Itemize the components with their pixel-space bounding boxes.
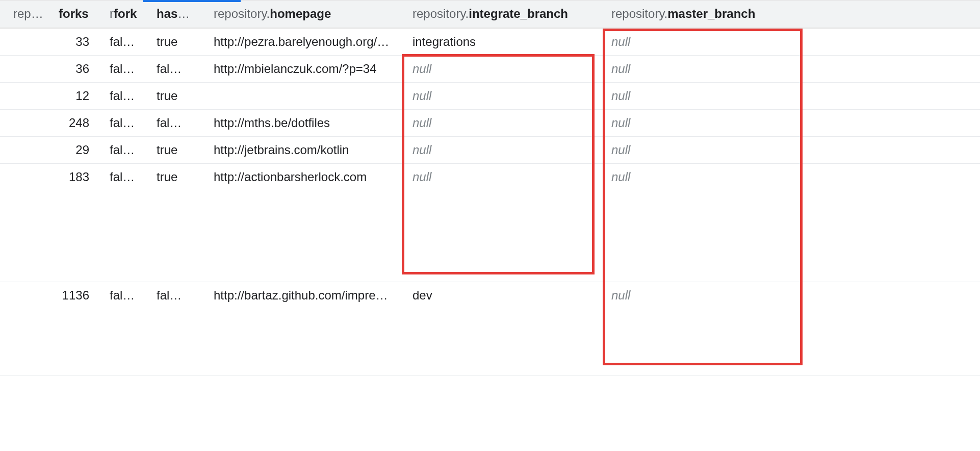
cell-rfork[interactable]: fal… (100, 82, 147, 109)
cell-padding (801, 28, 980, 56)
cell-value: fal… (110, 288, 135, 302)
cell-master-branch[interactable]: null (602, 136, 801, 163)
cell-integrate-branch[interactable]: null (403, 109, 602, 136)
cell-padding (801, 55, 980, 82)
cell-master-branch[interactable]: null (602, 163, 801, 282)
null-value: null (412, 143, 431, 157)
cell-forks[interactable]: 33 (0, 28, 59, 56)
cell-forks-value[interactable] (59, 136, 100, 163)
column-header-forks[interactable]: forks (59, 1, 100, 28)
cell-forks[interactable]: 29 (0, 136, 59, 163)
cell-integrate-branch[interactable]: null (403, 163, 602, 282)
cell-rfork[interactable]: fal… (100, 163, 147, 282)
cell-haswi[interactable]: fal… (147, 55, 204, 82)
cell-value: true (157, 89, 177, 103)
cell-master-branch[interactable]: null (602, 109, 801, 136)
cell-forks-value[interactable] (59, 28, 100, 56)
header-prefix: repository. (412, 7, 469, 20)
null-value: null (611, 170, 630, 184)
cell-integrate-branch[interactable]: null (403, 82, 602, 109)
table-header-row: reposit… forks rfork has_wi repository.h… (0, 1, 980, 28)
table-row[interactable]: 33fal…truehttp://pezra.barelyenough.org/… (0, 28, 980, 56)
cell-forks-value[interactable] (59, 109, 100, 136)
cell-value: true (157, 170, 177, 184)
cell-padding (801, 282, 980, 375)
cell-master-branch[interactable]: null (602, 55, 801, 82)
cell-homepage[interactable]: http://mths.be/dotfiles (204, 109, 403, 136)
cell-value: http://bartaz.github.com/impre… (214, 288, 388, 302)
cell-value: fal… (110, 62, 135, 76)
cell-homepage[interactable]: http://jetbrains.com/kotlin (204, 136, 403, 163)
cell-forks-value[interactable] (59, 163, 100, 282)
cell-forks-value[interactable] (59, 55, 100, 82)
cell-homepage[interactable] (204, 82, 403, 109)
cell-value: http://actionbarsherlock.com (214, 170, 367, 184)
cell-haswi[interactable]: fal… (147, 109, 204, 136)
cell-master-branch[interactable]: null (602, 282, 801, 375)
cell-value: fal… (110, 116, 135, 130)
cell-value: fal… (157, 62, 182, 76)
cell-value: fal… (110, 35, 135, 48)
cell-forks[interactable]: 1136 (0, 282, 59, 375)
cell-forks[interactable]: 12 (0, 82, 59, 109)
cell-padding (801, 109, 980, 136)
cell-master-branch[interactable]: null (602, 28, 801, 56)
cell-forks-value[interactable] (59, 82, 100, 109)
cell-value: http://jetbrains.com/kotlin (214, 143, 349, 157)
column-header-fork[interactable]: rfork (100, 1, 147, 28)
cell-padding (801, 82, 980, 109)
cell-value: integrations (412, 35, 476, 48)
column-header-master-branch[interactable]: repository.master_branch (602, 1, 801, 28)
null-value: null (412, 62, 431, 76)
cell-rfork[interactable]: fal… (100, 109, 147, 136)
cell-homepage[interactable]: http://pezra.barelyenough.org/… (204, 28, 403, 56)
cell-forks[interactable]: 183 (0, 163, 59, 282)
cell-value: fal… (110, 170, 135, 184)
cell-rfork[interactable]: fal… (100, 28, 147, 56)
header-prefix: repository. (611, 7, 667, 20)
cell-haswi[interactable]: fal… (147, 282, 204, 375)
cell-integrate-branch[interactable]: integrations (403, 28, 602, 56)
cell-rfork[interactable]: fal… (100, 282, 147, 375)
null-value: null (611, 62, 630, 76)
cell-padding (801, 136, 980, 163)
cell-homepage[interactable]: http://actionbarsherlock.com (204, 163, 403, 282)
cell-value: fal… (157, 288, 182, 302)
column-header-haswi[interactable]: has_wi (147, 1, 204, 28)
cell-homepage[interactable]: http://mbielanczuk.com/?p=34 (204, 55, 403, 82)
cell-haswi[interactable]: true (147, 28, 204, 56)
cell-homepage[interactable]: http://bartaz.github.com/impre… (204, 282, 403, 375)
null-value: null (412, 89, 431, 103)
data-table: reposit… forks rfork has_wi repository.h… (0, 0, 980, 375)
null-value: null (611, 116, 630, 130)
cell-haswi[interactable]: true (147, 82, 204, 109)
cell-integrate-branch[interactable]: dev (403, 282, 602, 375)
column-header-integrate-branch[interactable]: repository.integrate_branch (403, 1, 602, 28)
cell-rfork[interactable]: fal… (100, 136, 147, 163)
null-value: null (611, 35, 630, 48)
cell-rfork[interactable]: fal… (100, 55, 147, 82)
cell-integrate-branch[interactable]: null (403, 55, 602, 82)
column-header-homepage[interactable]: repository.homepage (204, 1, 403, 28)
cell-forks-value[interactable] (59, 282, 100, 375)
cell-padding (801, 163, 980, 282)
cell-master-branch[interactable]: null (602, 82, 801, 109)
cell-integrate-branch[interactable]: null (403, 136, 602, 163)
header-prefix: r (110, 7, 114, 20)
header-bold: integrate_branch (469, 7, 568, 20)
table-row[interactable]: 1136fal…fal…http://bartaz.github.com/imp… (0, 282, 980, 375)
table-row[interactable]: 248fal…fal…http://mths.be/dotfilesnullnu… (0, 109, 980, 136)
table-row[interactable]: 36fal…fal…http://mbielanczuk.com/?p=34nu… (0, 55, 980, 82)
table-row[interactable]: 183fal…truehttp://actionbarsherlock.comn… (0, 163, 980, 282)
cell-value: http://mbielanczuk.com/?p=34 (214, 62, 377, 76)
table-row[interactable]: 12fal…truenullnull (0, 82, 980, 109)
cell-haswi[interactable]: true (147, 163, 204, 282)
table-row[interactable]: 29fal…truehttp://jetbrains.com/kotlinnul… (0, 136, 980, 163)
cell-forks[interactable]: 36 (0, 55, 59, 82)
cell-forks[interactable]: 248 (0, 109, 59, 136)
cell-haswi[interactable]: true (147, 136, 204, 163)
column-header-reposit[interactable]: reposit… (0, 1, 59, 28)
cell-value: true (157, 35, 177, 48)
column-header-padding (801, 1, 980, 28)
cell-value: fal… (157, 116, 182, 130)
